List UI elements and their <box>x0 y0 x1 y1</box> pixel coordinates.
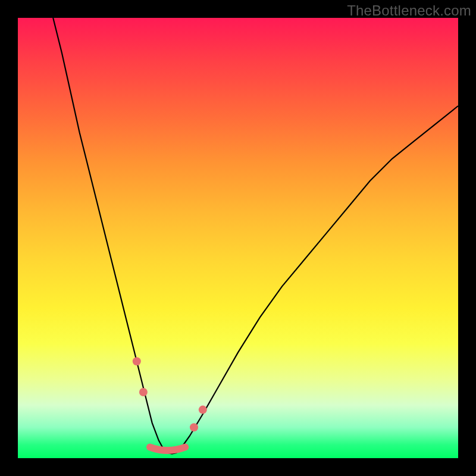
watermark-text: TheBottleneck.com <box>347 2 471 19</box>
marker-dot-2 <box>190 423 198 431</box>
marker-dot-3 <box>199 406 207 414</box>
bottleneck-curve <box>53 18 458 454</box>
marker-dot-1 <box>139 388 148 396</box>
marker-baseline <box>150 447 185 451</box>
chart-frame: TheBottleneck.com <box>0 0 476 476</box>
marker-dot-0 <box>133 357 141 365</box>
marker-group <box>133 357 207 450</box>
plot-area <box>18 18 458 458</box>
curve-svg <box>18 18 458 458</box>
